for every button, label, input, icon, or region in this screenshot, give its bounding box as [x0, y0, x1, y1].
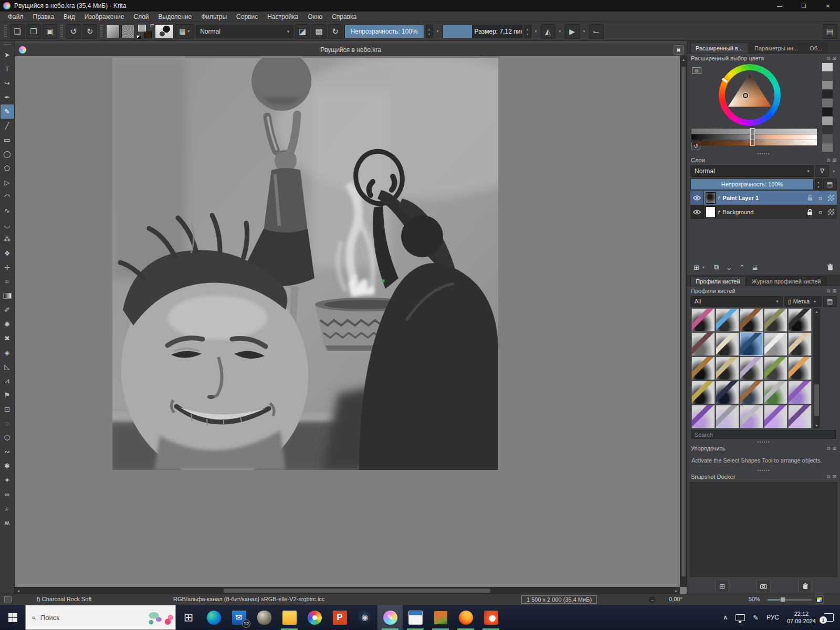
taskbar-search[interactable]: ⌕ Поиск — [25, 605, 176, 630]
selection-mode-icon[interactable] — [4, 596, 12, 603]
taskbar-game[interactable] — [428, 605, 453, 630]
tool-pan[interactable]: ʍ — [1, 516, 14, 530]
tool-dynamic-brush[interactable]: ◠ — [1, 190, 14, 204]
menu-item[interactable]: Файл — [3, 13, 28, 20]
menu-item[interactable]: Изображение — [80, 13, 129, 20]
tool-edit-shapes[interactable]: ↪ — [1, 76, 14, 90]
close-docker-icon[interactable]: ⊠ — [832, 288, 836, 294]
brush-presets-button[interactable]: ▦ ▾ — [175, 24, 194, 39]
tool-freehand-brush[interactable]: ✎ — [1, 104, 14, 119]
brush-preset[interactable] — [716, 405, 739, 428]
foreground-background-colors[interactable]: ⇄ — [136, 24, 153, 39]
undo-button[interactable]: ↺ — [66, 24, 81, 39]
create-snapshot-button[interactable]: ⊞ — [715, 580, 729, 592]
tool-gradient[interactable] — [1, 289, 14, 303]
size-spinner[interactable]: ▴▾ — [524, 25, 531, 38]
pattern-swatch-button[interactable] — [121, 25, 135, 38]
edit-brush-settings-button[interactable] — [155, 24, 174, 39]
color-history-swatch[interactable] — [822, 134, 833, 143]
search-highlight-image[interactable] — [141, 605, 175, 629]
tool-polygon[interactable]: ⬠ — [1, 161, 14, 175]
tool-transform[interactable]: ❖ — [1, 246, 14, 260]
reset-colors-button[interactable]: ↺ — [691, 142, 700, 150]
menu-item[interactable]: Настройка — [262, 13, 303, 20]
menu-item[interactable]: Фильтры — [196, 13, 232, 20]
taskbar-powerpoint[interactable] — [327, 605, 352, 630]
zoom-level-value[interactable]: 50% — [749, 596, 760, 602]
brush-preset[interactable] — [691, 356, 715, 380]
rotation-reset-icon[interactable]: ↔ — [649, 596, 656, 603]
float-docker-icon[interactable]: ⧉ — [827, 56, 830, 61]
taskbar-photos[interactable] — [302, 605, 327, 630]
document-size[interactable]: 1 500 x 2 000 (35,4 МиБ) — [521, 595, 597, 604]
close-button[interactable]: ✕ — [816, 0, 840, 12]
brush-preset[interactable] — [716, 381, 739, 404]
tool-smart-patch[interactable]: ✖ — [1, 331, 14, 345]
color-history-swatch[interactable] — [822, 81, 833, 89]
brush-preset[interactable] — [764, 381, 788, 404]
menu-item[interactable]: Слой — [129, 13, 153, 20]
blend-mode-select[interactable]: Normal ▾ — [196, 25, 293, 38]
tool-ellipse[interactable]: ◯ — [1, 147, 14, 161]
mirror-vertical-button[interactable]: ▶ — [565, 24, 580, 39]
inherit-alpha-icon[interactable] — [826, 195, 835, 201]
brush-preset[interactable] — [788, 308, 812, 332]
tool-crop[interactable]: ⌗ — [1, 275, 14, 289]
chevron-down-icon[interactable]: ▾ — [533, 29, 539, 34]
float-docker-icon[interactable]: ⧉ — [827, 158, 830, 163]
tool-assistants[interactable]: ⊿ — [1, 374, 14, 388]
layer-visibility-toggle[interactable] — [690, 205, 704, 219]
color-history-swatch[interactable] — [822, 108, 833, 116]
taskbar-document-app[interactable] — [403, 605, 428, 630]
taskbar-steam[interactable] — [352, 605, 377, 630]
brush-preset[interactable] — [691, 381, 715, 404]
color-history-swatch[interactable] — [822, 143, 833, 152]
brush-docker-tab[interactable]: Профили кистей — [690, 276, 746, 286]
brush-preset[interactable] — [764, 308, 788, 332]
toolbox-grip[interactable] — [4, 43, 11, 46]
close-docker-icon[interactable]: ⊠ — [832, 56, 836, 61]
zoom-slider-handle[interactable] — [780, 597, 785, 602]
brush-preset[interactable] — [691, 308, 715, 332]
close-docker-icon[interactable]: ⊠ — [832, 158, 836, 163]
menu-item[interactable]: Справка — [327, 13, 361, 20]
trim-to-image-button[interactable]: ⌙ — [589, 24, 604, 39]
brush-preset[interactable] — [788, 356, 812, 380]
toolbar-grip[interactable] — [4, 25, 7, 38]
tool-rectangle[interactable]: ▭ — [1, 133, 14, 147]
tool-select-similar[interactable]: ✱ — [1, 459, 14, 473]
opacity-spinner[interactable]: ▴▾ — [426, 25, 433, 38]
saturation-slider[interactable] — [691, 134, 817, 140]
close-docker-icon[interactable]: ⊠ — [832, 474, 836, 480]
color-history-swatch[interactable] — [822, 117, 833, 125]
fit-to-view-button[interactable] — [815, 595, 824, 604]
docker-tab[interactable]: Расширенный в... — [690, 43, 748, 53]
color-history-swatch[interactable] — [822, 72, 833, 80]
reload-preset-button[interactable]: ↻ — [328, 24, 343, 39]
brush-preset[interactable] — [764, 405, 788, 428]
chevron-down-icon[interactable]: ▾ — [831, 169, 837, 174]
color-history-swatch[interactable] — [822, 99, 833, 107]
brush-preset[interactable] — [691, 332, 715, 356]
brush-preset[interactable] — [764, 332, 788, 356]
menu-item[interactable]: Окно — [303, 13, 327, 20]
open-document-button[interactable]: ❒ — [26, 24, 41, 39]
tool-zoom[interactable]: ⌕ — [1, 501, 14, 516]
foreground-color[interactable] — [138, 25, 146, 32]
tool-measure[interactable]: ◺ — [1, 360, 14, 374]
color-history-swatch[interactable] — [822, 63, 833, 71]
lock-icon[interactable] — [805, 195, 814, 201]
layer-name[interactable]: Paint Layer 1 — [723, 195, 805, 201]
move-layer-up-button[interactable]: ⌃ — [739, 264, 745, 271]
switch-to-snapshot-button[interactable] — [757, 580, 771, 592]
tool-text[interactable]: T — [1, 62, 14, 76]
docker-separator[interactable] — [687, 152, 840, 155]
brush-preset[interactable] — [764, 356, 788, 380]
float-docker-icon[interactable]: ⧉ — [827, 288, 830, 294]
brush-size-slider[interactable]: Размер: 7,12 пикс. — [443, 25, 522, 38]
remove-snapshot-button[interactable] — [798, 580, 812, 592]
add-layer-button[interactable]: ⊞▾ — [694, 264, 707, 271]
tool-pattern-edit[interactable]: ✺ — [1, 317, 14, 331]
layer-properties-button[interactable]: ≣ — [752, 264, 758, 271]
docker-separator[interactable] — [687, 440, 840, 444]
